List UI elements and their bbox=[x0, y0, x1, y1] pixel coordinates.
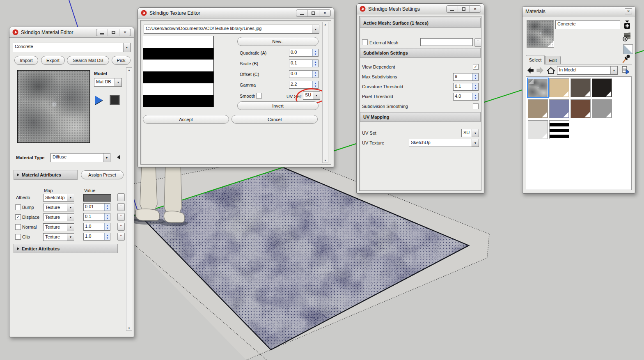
displace-value-spinner[interactable]: 0.1▲▼ bbox=[83, 213, 110, 221]
forward-arrow-icon[interactable] bbox=[536, 66, 544, 74]
bump-browse-button[interactable]: .. bbox=[117, 203, 125, 211]
tab-edit[interactable]: Edit bbox=[545, 56, 561, 64]
bump-value-spinner[interactable]: 0.01▲▼ bbox=[83, 203, 110, 211]
scroll-up-icon: ▲ bbox=[128, 69, 131, 71]
minimize-button[interactable] bbox=[96, 29, 108, 36]
swatch-light-gray[interactable] bbox=[528, 120, 548, 139]
swatch-gray[interactable] bbox=[592, 99, 612, 118]
maximize-button[interactable] bbox=[108, 29, 119, 36]
swatch-dark-brown[interactable] bbox=[571, 78, 591, 97]
close-button[interactable]: ✕ bbox=[625, 9, 632, 14]
normal-map-combo[interactable]: Texture bbox=[43, 223, 74, 231]
clip-checkbox[interactable] bbox=[15, 234, 21, 240]
back-arrow-icon[interactable] bbox=[527, 66, 534, 74]
minimize-button[interactable] bbox=[296, 10, 307, 16]
uv-set-combo[interactable]: SU bbox=[461, 129, 479, 137]
gamma-spinner[interactable]: 2.2▲▼ bbox=[289, 81, 319, 89]
external-mesh-input[interactable] bbox=[420, 38, 473, 46]
clip-map-combo[interactable]: Texture bbox=[43, 233, 74, 241]
swatch-lavender[interactable] bbox=[549, 99, 569, 118]
window-title: SkIndigo Mesh Settings bbox=[368, 6, 420, 12]
scrollbar-vertical[interactable]: ▲▼ bbox=[126, 67, 132, 331]
new-texture-button[interactable]: New.. bbox=[237, 37, 319, 46]
maximize-button[interactable] bbox=[458, 6, 469, 12]
close-button[interactable]: ✕ bbox=[319, 10, 330, 16]
view-dependent-checkbox[interactable]: ✓ bbox=[473, 64, 479, 70]
collection-combo[interactable]: In Model bbox=[557, 66, 618, 75]
displace-browse-button[interactable]: .. bbox=[117, 213, 125, 221]
skindigo-icon bbox=[360, 6, 366, 12]
swatch-tan[interactable] bbox=[549, 78, 569, 97]
scale-spinner[interactable]: 0.1▲▼ bbox=[289, 60, 319, 67]
material-name-combo[interactable]: Concrete bbox=[13, 43, 131, 52]
normal-browse-button[interactable]: .. bbox=[117, 223, 125, 231]
assign-preset-button[interactable]: Assign Preset bbox=[81, 170, 124, 179]
material-name-input[interactable]: Concrete bbox=[555, 20, 620, 29]
bump-map-combo[interactable]: Texture bbox=[43, 204, 74, 211]
bump-checkbox[interactable] bbox=[15, 204, 21, 210]
quadratic-spinner[interactable]: 0.0▲▼ bbox=[289, 49, 319, 57]
maximize-button[interactable] bbox=[307, 10, 319, 16]
accept-button[interactable]: Accept bbox=[143, 115, 229, 124]
emitter-attributes-header[interactable]: Emitter Attributes bbox=[14, 244, 118, 253]
create-material-icon[interactable] bbox=[622, 31, 632, 42]
render-stop-button[interactable] bbox=[110, 95, 119, 105]
clip-browse-button[interactable]: .. bbox=[117, 233, 125, 241]
subdivision-smoothing-checkbox[interactable] bbox=[473, 103, 479, 109]
swatch-taupe[interactable] bbox=[528, 99, 548, 118]
smooth-checkbox[interactable] bbox=[256, 93, 262, 99]
swatch-near-black[interactable] bbox=[592, 78, 612, 97]
displace-map-combo[interactable]: Texture bbox=[43, 213, 74, 221]
displace-label: Displace bbox=[22, 215, 39, 220]
uv-texture-combo[interactable]: SketchUp bbox=[409, 139, 479, 147]
details-arrow-icon[interactable] bbox=[621, 66, 630, 75]
max-subdivisions-spinner[interactable]: 9▲▼ bbox=[453, 73, 479, 81]
chevron-down-icon bbox=[610, 66, 617, 74]
home-icon[interactable] bbox=[547, 66, 555, 74]
scrollbar-vertical[interactable]: ▲▼ bbox=[322, 22, 328, 163]
collapse-left-icon[interactable] bbox=[117, 155, 120, 160]
clip-value-spinner[interactable]: 1.0▲▼ bbox=[83, 233, 110, 241]
external-mesh-checkbox[interactable] bbox=[362, 39, 368, 45]
albedo-map-combo[interactable]: SketchUp bbox=[43, 194, 74, 202]
chevron-down-icon[interactable] bbox=[123, 43, 130, 52]
secondary-pane-icon[interactable] bbox=[623, 20, 631, 30]
displace-checkbox[interactable]: ✓ bbox=[15, 214, 21, 220]
cancel-button[interactable]: Cancel bbox=[231, 115, 318, 124]
material-preview-image bbox=[17, 70, 90, 143]
curvature-threshold-spinner[interactable]: 0.1▲▼ bbox=[453, 83, 479, 91]
render-play-button[interactable] bbox=[95, 96, 103, 105]
swatch-concrete[interactable] bbox=[528, 78, 548, 97]
model-combo[interactable]: Mat DB bbox=[94, 78, 122, 87]
pick-button[interactable]: Pick bbox=[112, 56, 131, 65]
mesh-settings-titlebar[interactable]: SkIndigo Mesh Settings ✕ bbox=[357, 4, 484, 14]
texture-path-combo[interactable]: C:/Users/adown/Documents/ACD/Texture lib… bbox=[144, 25, 319, 34]
offset-spinner[interactable]: 0.0▲▼ bbox=[289, 70, 319, 78]
close-button[interactable]: ✕ bbox=[119, 29, 131, 36]
swatch-brown[interactable] bbox=[571, 99, 591, 118]
default-material-swatch[interactable] bbox=[623, 44, 633, 54]
invert-button[interactable]: Invert bbox=[237, 101, 319, 110]
external-mesh-browse-button[interactable]: .. bbox=[474, 38, 481, 47]
albedo-color-swatch[interactable] bbox=[83, 194, 111, 202]
eyedropper-icon[interactable] bbox=[622, 53, 631, 63]
gamma-label: Gamma bbox=[240, 83, 256, 87]
close-button[interactable]: ✕ bbox=[469, 6, 481, 12]
uv-set-combo[interactable]: SU bbox=[303, 91, 320, 100]
export-button[interactable]: Export bbox=[41, 56, 65, 65]
minimize-button[interactable] bbox=[447, 6, 458, 12]
albedo-browse-button[interactable]: .. bbox=[117, 193, 125, 201]
tab-select[interactable]: Select bbox=[526, 55, 545, 64]
search-mat-db-button[interactable]: Search Mat DB bbox=[67, 56, 109, 65]
material-attributes-header[interactable]: Material Attributes bbox=[14, 170, 78, 180]
material-type-combo[interactable]: Diffuse bbox=[50, 153, 110, 162]
texture-editor-titlebar[interactable]: SkIndigo Texture Editor ✕ bbox=[138, 8, 334, 18]
pixel-threshold-label: Pixel Threshold bbox=[362, 94, 393, 99]
material-editor-titlebar[interactable]: SkIndigo Material Editor ✕ bbox=[9, 27, 134, 38]
swatch-stripes[interactable] bbox=[549, 120, 569, 139]
import-button[interactable]: Import bbox=[14, 56, 38, 65]
pixel-threshold-spinner[interactable]: 4.0▲▼ bbox=[453, 93, 479, 101]
normal-checkbox[interactable] bbox=[15, 224, 21, 230]
normal-value-spinner[interactable]: 1.0▲▼ bbox=[83, 223, 110, 231]
materials-titlebar[interactable]: Materials ✕ bbox=[523, 7, 635, 16]
